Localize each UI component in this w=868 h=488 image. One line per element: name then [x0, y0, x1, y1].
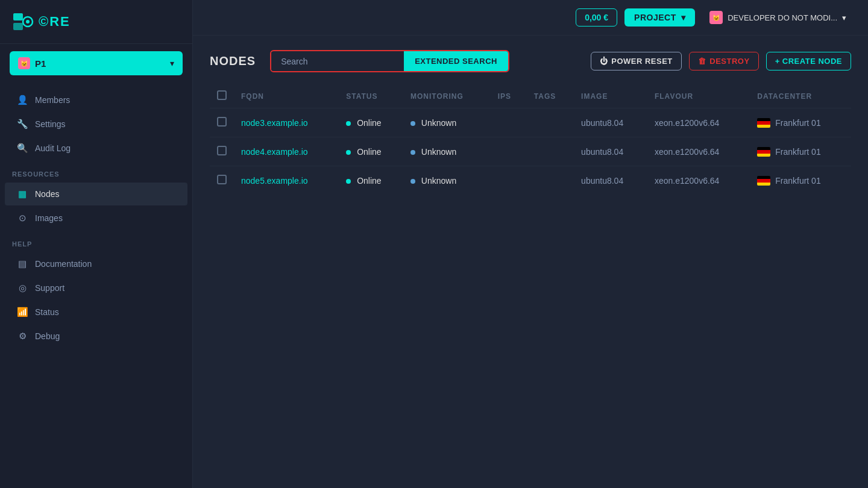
- nodes-icon: ▦: [17, 189, 28, 199]
- datacenter-cell: Frankfurt 01: [757, 147, 844, 157]
- extended-search-button[interactable]: EXTENDED SEARCH: [404, 51, 508, 71]
- sidebar-nav: 👤 Members 🔧 Settings 🔍 Audit Log RESOURC…: [0, 83, 192, 354]
- developer-chevron-icon: ▾: [842, 13, 846, 22]
- datacenter-name: Frankfurt 01: [775, 118, 820, 128]
- audit-log-label: Audit Log: [35, 143, 71, 153]
- flag-de-icon: [757, 118, 770, 128]
- row-status: Online: [339, 166, 403, 195]
- support-icon: ◎: [17, 283, 28, 293]
- monitoring-text: Unknown: [421, 176, 456, 186]
- main-area: 0,00 € PROJECT ▾ 😺 DEVELOPER DO NOT MODI…: [193, 0, 868, 488]
- destroy-label: DESTROY: [709, 57, 749, 66]
- status-dot: [346, 150, 351, 155]
- monitoring-text: Unknown: [421, 147, 456, 157]
- row-flavour: xeon.e1200v6.64: [647, 108, 750, 137]
- row-fqdn: node5.example.io: [234, 166, 339, 195]
- image-text: ubuntu8.04: [581, 118, 623, 128]
- balance-badge: 0,00 €: [576, 8, 617, 27]
- audit-log-icon: 🔍: [17, 143, 28, 154]
- status-dot: [346, 179, 351, 184]
- select-all-checkbox[interactable]: [217, 90, 227, 100]
- datacenter-cell: Frankfurt 01: [757, 118, 844, 128]
- support-label: Support: [35, 283, 64, 293]
- svg-rect-1: [13, 23, 23, 30]
- logo-text: ©RE: [39, 14, 71, 30]
- power-reset-label: POWER RESET: [611, 57, 673, 66]
- header-actions: ⏻ POWER RESET 🗑 DESTROY + CREATE NODE: [591, 52, 851, 70]
- resources-section-header: RESOURCES: [0, 161, 192, 181]
- project-chevron-icon: ▾: [681, 13, 686, 22]
- sidebar-item-status[interactable]: 📶 Status: [5, 301, 187, 324]
- sidebar-item-documentation[interactable]: ▤ Documentation: [5, 252, 187, 275]
- th-select-all: [210, 84, 234, 108]
- row-datacenter: Frankfurt 01: [750, 108, 851, 137]
- project-selector[interactable]: 😺 P1 ▾: [10, 51, 183, 75]
- row-image: ubuntu8.04: [574, 108, 647, 137]
- documentation-label: Documentation: [35, 259, 92, 269]
- svg-rect-0: [13, 13, 23, 20]
- create-node-label: + CREATE NODE: [775, 57, 842, 66]
- th-datacenter: DATACENTER: [750, 84, 851, 108]
- row-ips: [491, 108, 527, 137]
- status-dot: [346, 121, 351, 126]
- search-input[interactable]: [271, 52, 404, 71]
- row-checkbox[interactable]: [217, 175, 227, 184]
- developer-button[interactable]: 😺 DEVELOPER DO NOT MODI... ▾: [702, 7, 854, 28]
- row-flavour: xeon.e1200v6.64: [647, 166, 750, 195]
- members-icon: 👤: [17, 95, 28, 105]
- row-monitoring: Unknown: [403, 108, 491, 137]
- row-checkbox[interactable]: [217, 146, 227, 155]
- sidebar-item-settings[interactable]: 🔧 Settings: [5, 113, 187, 136]
- row-checkbox-cell: [210, 108, 234, 137]
- flag-de-icon: [757, 147, 770, 157]
- sidebar-item-audit-log[interactable]: 🔍 Audit Log: [5, 137, 187, 160]
- sidebar-item-members[interactable]: 👤 Members: [5, 89, 187, 111]
- developer-label: DEVELOPER DO NOT MODI...: [728, 13, 837, 22]
- create-node-button[interactable]: + CREATE NODE: [766, 52, 851, 70]
- row-ips: [491, 166, 527, 195]
- trash-icon: 🗑: [698, 57, 706, 66]
- datacenter-cell: Frankfurt 01: [757, 176, 844, 186]
- help-section-header: HELP: [0, 231, 192, 251]
- chevron-down-icon: ▾: [170, 58, 174, 68]
- content-area: NODES EXTENDED SEARCH ⏻ POWER RESET 🗑 DE…: [193, 36, 868, 488]
- extended-search-label: EXTENDED SEARCH: [415, 57, 497, 66]
- flavour-text: xeon.e1200v6.64: [655, 147, 719, 157]
- table-row: node5.example.io Online Unknown ubuntu8.…: [210, 166, 851, 195]
- sidebar-item-debug[interactable]: ⚙ Debug: [5, 325, 187, 348]
- row-checkbox-cell: [210, 166, 234, 195]
- sidebar-item-nodes[interactable]: ▦ Nodes: [5, 183, 187, 205]
- table-row: node3.example.io Online Unknown ubuntu8.…: [210, 108, 851, 137]
- row-checkbox[interactable]: [217, 117, 227, 127]
- th-ips: IPS: [491, 84, 527, 108]
- row-fqdn: node3.example.io: [234, 108, 339, 137]
- monitoring-text: Unknown: [421, 118, 456, 128]
- power-reset-button[interactable]: ⏻ POWER RESET: [591, 52, 682, 70]
- flag-de-icon: [757, 176, 770, 186]
- project-button[interactable]: PROJECT ▾: [624, 8, 695, 27]
- row-tags: [527, 166, 574, 195]
- th-tags: TAGS: [527, 84, 574, 108]
- node-fqdn-link[interactable]: node4.example.io: [241, 147, 308, 157]
- th-image: IMAGE: [574, 84, 647, 108]
- sidebar-item-support[interactable]: ◎ Support: [5, 277, 187, 299]
- debug-icon: ⚙: [17, 331, 28, 342]
- power-icon: ⏻: [600, 57, 608, 66]
- row-checkbox-cell: [210, 137, 234, 166]
- monitoring-dot: [410, 179, 415, 184]
- project-name: P1: [35, 58, 46, 69]
- nodes-table: FQDN STATUS MONITORING IPS TAGS IMAGE FL…: [210, 84, 851, 195]
- node-fqdn-link[interactable]: node3.example.io: [241, 118, 308, 128]
- datacenter-name: Frankfurt 01: [775, 147, 820, 157]
- row-monitoring: Unknown: [403, 137, 491, 166]
- sidebar-item-images[interactable]: ⊙ Images: [5, 207, 187, 230]
- row-ips: [491, 137, 527, 166]
- destroy-button[interactable]: 🗑 DESTROY: [689, 52, 759, 70]
- table-row: node4.example.io Online Unknown ubuntu8.…: [210, 137, 851, 166]
- svg-point-3: [26, 20, 30, 23]
- project-avatar: 😺: [18, 57, 30, 69]
- settings-label: Settings: [35, 119, 66, 129]
- flavour-text: xeon.e1200v6.64: [655, 118, 719, 128]
- node-fqdn-link[interactable]: node5.example.io: [241, 176, 308, 186]
- status-text: Online: [357, 147, 381, 157]
